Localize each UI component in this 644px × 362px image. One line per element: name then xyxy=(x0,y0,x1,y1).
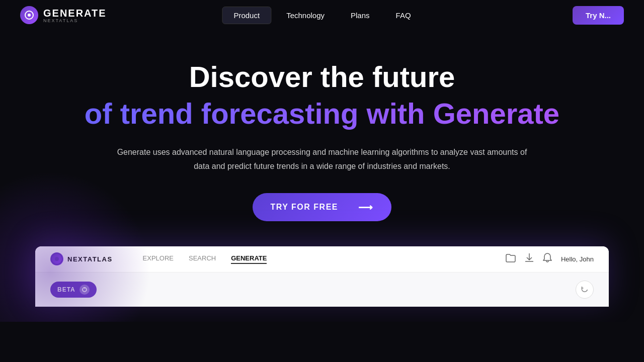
app-logo-area: NEXTATLAS xyxy=(50,252,113,265)
app-nav-explore[interactable]: EXPLORE xyxy=(143,254,174,264)
hero-title-line1: Discover the future xyxy=(189,60,455,94)
nav-plans[interactable]: Plans xyxy=(340,7,381,24)
try-free-button[interactable]: TRY FOR FREE ⟶ xyxy=(253,193,392,221)
app-navbar: NEXTATLAS EXPLORE SEARCH GENERATE xyxy=(35,246,609,273)
app-logo-text: NEXTATLAS xyxy=(67,255,113,263)
hero-description: Generate uses advanced natural language … xyxy=(116,145,528,172)
app-nav-generate[interactable]: GENERATE xyxy=(231,254,267,264)
svg-point-1 xyxy=(28,14,31,17)
app-content-bar: BETA xyxy=(35,273,609,307)
hero-section: Discover the future of trend forecasting… xyxy=(0,30,644,322)
app-nav-right: Hello, John xyxy=(506,253,594,265)
nav-technology[interactable]: Technology xyxy=(275,7,336,24)
app-logo-icon xyxy=(50,252,63,265)
download-icon[interactable] xyxy=(525,253,534,265)
nav-right: Try N... xyxy=(573,6,624,25)
app-nav-search[interactable]: SEARCH xyxy=(189,254,216,264)
try-now-button[interactable]: Try N... xyxy=(573,6,624,25)
logo-subtitle: NEXTATLAS xyxy=(43,18,107,23)
refresh-button[interactable] xyxy=(576,281,594,299)
app-nav-links: EXPLORE SEARCH GENERATE xyxy=(143,254,506,264)
try-free-label: TRY FOR FREE xyxy=(271,203,338,212)
nav-product[interactable]: Product xyxy=(222,7,271,24)
folder-icon[interactable] xyxy=(506,253,516,265)
nav-faq[interactable]: FAQ xyxy=(385,7,422,24)
logo-icon xyxy=(20,6,38,24)
app-preview: NEXTATLAS EXPLORE SEARCH GENERATE xyxy=(35,246,609,307)
arrow-icon: ⟶ xyxy=(358,201,374,213)
beta-toggle[interactable] xyxy=(79,285,90,295)
logo-title: GENERATE xyxy=(43,8,107,19)
logo-text-area: GENERATE NEXTATLAS xyxy=(43,8,107,23)
nav-links: Product Technology Plans FAQ xyxy=(222,7,422,24)
beta-badge: BETA xyxy=(50,282,97,298)
user-greeting: Hello, John xyxy=(561,255,594,263)
beta-label: BETA xyxy=(57,286,75,293)
hero-title-line2: of trend forecasting with Generate xyxy=(85,97,559,131)
svg-point-3 xyxy=(55,257,59,261)
logo-area: GENERATE NEXTATLAS xyxy=(20,6,107,24)
main-navbar: GENERATE NEXTATLAS Product Technology Pl… xyxy=(0,0,644,30)
bell-icon[interactable] xyxy=(543,253,552,265)
